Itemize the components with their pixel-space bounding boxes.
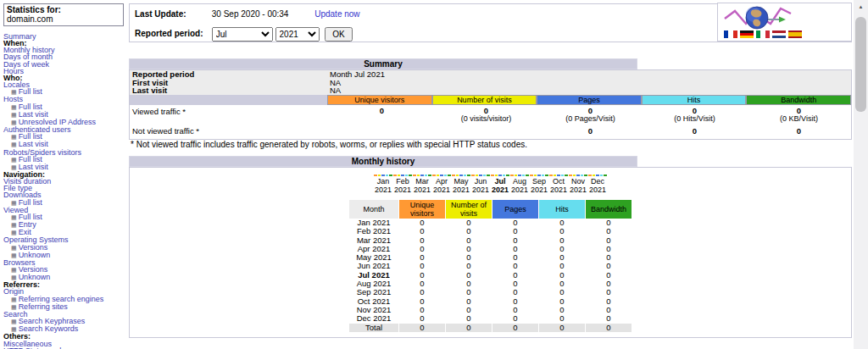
monthly-row: Jun 202100000 [349, 262, 632, 270]
chart-month-group: Aug2021 [510, 174, 530, 194]
ok-button[interactable]: OK [325, 27, 352, 42]
chart-bar-number-of-visits [515, 174, 518, 176]
info-value: NA [330, 86, 341, 95]
chart-bar-bandwidth [506, 174, 509, 176]
monthly-metric-header: Unique visitors [399, 200, 445, 219]
chart-month-group: Jan2021 [374, 174, 393, 194]
chart-bar-unique-visitors [393, 174, 397, 176]
chart-month-label: Feb2021 [393, 178, 413, 194]
chart-bars [452, 174, 471, 176]
chart-bar-number-of-visits [456, 174, 459, 176]
chart-bar-bandwidth [428, 174, 431, 176]
flag-germany-icon[interactable] [740, 30, 754, 38]
chart-month-label: Jun2021 [471, 178, 491, 194]
summary-table: Reported period Month Jul 2021 First vis… [129, 69, 852, 140]
chart-bar-pages [518, 174, 521, 176]
chart-bar-hits [561, 174, 565, 176]
chart-bar-hits [581, 174, 584, 176]
chart-month-group: Jun2021 [471, 174, 491, 194]
chart-bar-unique-visitors [432, 174, 436, 176]
chart-month-label: Sep2021 [530, 178, 549, 194]
grid-bullet-icon: ▦ [11, 89, 17, 95]
chart-month-label: Apr2021 [432, 178, 452, 194]
grid-bullet-icon: ▦ [11, 141, 17, 147]
month-year: 2021 [471, 186, 491, 195]
not-viewed-traffic-row: Not viewed traffic * 000 [130, 125, 851, 139]
chart-bars [432, 174, 452, 176]
scrollbar-up-arrow-icon[interactable]: ▲ [854, 0, 868, 14]
chart-bar-bandwidth [448, 174, 451, 176]
flag-italy-icon[interactable] [756, 30, 770, 38]
chart-bar-bandwidth [389, 174, 392, 176]
monthly-row: Mar 202100000 [349, 236, 632, 245]
not-viewed-traffic-cell: 0 [747, 125, 851, 139]
grid-bullet-icon: ▦ [11, 222, 17, 228]
chart-month-label: Mar2021 [413, 178, 432, 194]
month-select[interactable]: Jul [212, 27, 273, 42]
chart-month-group: Mar2021 [413, 174, 432, 194]
monthly-history-panel: Jan2021Feb2021Mar2021Apr2021May2021Jun20… [129, 167, 852, 338]
month-year: 2021 [530, 186, 549, 195]
not-viewed-footnote: * Not viewed traffic includes traffic ge… [131, 140, 527, 149]
chart-bar-hits [425, 174, 428, 176]
year-select[interactable]: 2021 [275, 27, 320, 42]
chart-bar-hits [522, 174, 526, 176]
chart-month-label: Oct2021 [549, 178, 569, 194]
grid-bullet-icon: ▦ [11, 245, 17, 251]
viewed-traffic-cell: 0(0 Pages/Visit) [538, 107, 643, 125]
flag-netherlands-icon[interactable] [772, 30, 786, 38]
month-year: 2021 [491, 186, 510, 195]
viewed-traffic-cell: 0 [330, 107, 434, 125]
chart-bar-unique-visitors [491, 174, 494, 176]
update-now-link[interactable]: Update now [314, 9, 359, 19]
viewed-traffic-cell: 0(0 KB/Visit) [747, 107, 851, 125]
chart-bar-hits [483, 174, 487, 176]
grid-bullet-icon: ▦ [11, 267, 17, 273]
monthly-history-chart: Jan2021Feb2021Mar2021Apr2021May2021Jun20… [130, 174, 851, 194]
last-update-label: Last Update: [135, 9, 209, 19]
month-year: 2021 [452, 186, 471, 195]
chart-bar-number-of-visits [437, 174, 440, 176]
grid-bullet-icon: ▦ [11, 104, 17, 110]
chart-bar-pages [576, 174, 580, 176]
viewed-traffic-ratio: (0 Hits/Visit) [643, 115, 747, 123]
summary-metric-header: Bandwidth [746, 95, 851, 105]
total-value-cell: 0 [446, 324, 492, 332]
monthly-table-header-row: Month Unique visitorsNumber of visitsPag… [349, 200, 632, 219]
language-flags [724, 30, 802, 38]
chart-month-label: Aug2021 [510, 178, 530, 194]
month-column-header: Month [349, 200, 398, 219]
month-year: 2021 [549, 186, 569, 195]
chart-bars [393, 174, 413, 176]
chart-month-group: Sep2021 [530, 174, 549, 194]
chart-bar-number-of-visits [417, 174, 420, 176]
sidebar: Statistics for: domain.com SummaryWhen:M… [3, 3, 124, 349]
domain-name: domain.com [7, 14, 120, 24]
chart-month-group: Oct2021 [549, 174, 569, 194]
chart-month-group: Jul2021 [491, 174, 510, 194]
scrollbar-thumb[interactable] [855, 17, 866, 112]
chart-bar-pages [596, 174, 599, 176]
chart-bar-unique-visitors [510, 174, 514, 176]
monthly-row: Dec 202100000 [349, 314, 632, 323]
chart-month-group: Dec2021 [588, 174, 608, 194]
chart-bars [491, 174, 510, 176]
chart-month-group: Apr2021 [432, 174, 452, 194]
chart-bar-hits [464, 174, 467, 176]
grid-bullet-icon: ▦ [11, 326, 17, 332]
not-viewed-traffic-label: Not viewed traffic * [130, 125, 330, 139]
chart-bar-bandwidth [584, 174, 587, 176]
awstats-page: Statistics for: domain.com SummaryWhen:M… [0, 0, 868, 349]
monthly-row: Aug 202100000 [349, 280, 632, 288]
chart-bar-hits [542, 174, 545, 176]
not-viewed-traffic-cell: 0 [538, 125, 643, 139]
viewed-traffic-cell: 0(0 visits/visitor) [434, 107, 538, 125]
chart-bar-pages [440, 174, 443, 176]
chart-bar-unique-visitors [413, 174, 416, 176]
flag-spain-icon[interactable] [788, 30, 802, 38]
chart-bar-number-of-visits [495, 174, 498, 176]
statistics-for-box: Statistics for: domain.com [3, 3, 124, 26]
vertical-scrollbar[interactable]: ▲ [854, 0, 868, 349]
chart-month-group: Nov2021 [569, 174, 588, 194]
flag-france-icon[interactable] [724, 30, 737, 38]
